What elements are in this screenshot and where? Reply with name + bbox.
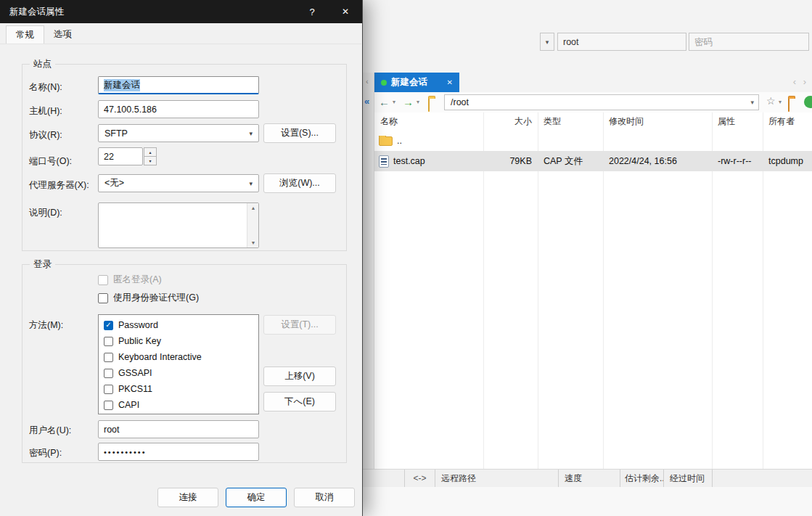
table-row-test-cap[interactable]: test.cap 79KB CAP 文件 2022/4/24, 16:56 -r… [374, 151, 812, 171]
session-tab[interactable]: 新建会话 ✕ [374, 73, 459, 92]
folder-icon [379, 136, 393, 146]
auth-agent-checkbox[interactable] [98, 293, 108, 303]
auth-agent-label: 使用身份验证代理(G) [113, 292, 199, 304]
username-field[interactable]: root [98, 420, 259, 438]
favorites-caret-icon[interactable]: ▾ [779, 99, 782, 105]
method-item-pkcs11[interactable]: PKCS11 [99, 381, 258, 397]
method-item-password[interactable]: ✓ Password [99, 317, 258, 333]
name-field[interactable]: 新建会话 [98, 76, 259, 94]
password-quick-field[interactable] [689, 33, 809, 51]
remote-file-list: 名称 大小 类型 修改时间 属性 所有者 .. test.cap 79KB C [374, 112, 812, 469]
username-quick-field[interactable] [557, 33, 686, 51]
refresh-circle-icon[interactable] [804, 96, 812, 108]
header-name[interactable]: 名称 [374, 115, 483, 128]
tab-scroll-right-icon[interactable]: › [803, 76, 806, 87]
help-button[interactable]: ? [295, 0, 329, 23]
anonymous-checkbox[interactable] [98, 275, 108, 285]
file-owner: tcpdump [763, 156, 812, 166]
header-modified[interactable]: 修改时间 [603, 115, 712, 128]
tab-close-icon[interactable]: ✕ [447, 78, 453, 86]
method-item-public-key[interactable]: Public Key [99, 333, 258, 349]
collapse-chevron-icon[interactable]: ‹ [366, 77, 369, 86]
chevron-down-icon: ▾ [546, 38, 549, 46]
method-checkbox[interactable] [104, 401, 113, 410]
method-checkbox[interactable] [104, 369, 113, 378]
header-size[interactable]: 大小 [483, 115, 538, 128]
close-icon: ✕ [342, 7, 349, 17]
proxy-browse-button[interactable]: 浏览(W)... [263, 173, 336, 193]
login-group-legend: 登录 [30, 258, 55, 271]
method-item-gssapi[interactable]: GSSAPI [99, 365, 258, 381]
method-label-text: CAPI [118, 400, 139, 410]
method-checkbox[interactable] [104, 353, 113, 362]
tab-general[interactable]: 常规 [6, 25, 44, 44]
ok-button[interactable]: 确定 [226, 488, 287, 507]
protocol-select[interactable]: SFTP ▾ [98, 124, 259, 142]
queue-header-remaining: 估计剩余... [620, 470, 664, 487]
close-button[interactable]: ✕ [329, 0, 362, 23]
screen: ▾ ‹ « 新建会话 ✕ ‹ › ← ▾ → ▾ /root ▾ ☆ ▾ [0, 0, 812, 516]
current-folder-icon [428, 98, 430, 112]
method-settings-button[interactable]: 设置(T)... [263, 315, 336, 335]
back-arrow-icon[interactable]: ← [379, 96, 390, 108]
header-type[interactable]: 类型 [538, 115, 603, 128]
cancel-button[interactable]: 取消 [294, 488, 355, 507]
session-tab-label: 新建会话 [391, 76, 443, 89]
method-checkbox-checked[interactable]: ✓ [104, 321, 113, 330]
spin-up-button[interactable]: ▴ [144, 147, 157, 157]
forward-arrow-icon[interactable]: → [403, 96, 414, 108]
port-field[interactable]: 22 [98, 147, 143, 165]
method-item-keyboard-interactive[interactable]: Keyboard Interactive [99, 349, 258, 365]
address-bar[interactable]: /root ▾ [444, 94, 759, 110]
transfer-queue-header: <-> 远程路径 速度 估计剩余... 经过时间 [363, 469, 812, 487]
favorites-star-icon[interactable]: ☆ [766, 95, 776, 107]
header-owner[interactable]: 所有者 [763, 115, 812, 128]
host-field[interactable]: 47.100.5.186 [98, 100, 259, 118]
password-field[interactable]: •••••••••• [98, 443, 259, 461]
proxy-select[interactable]: <无> ▾ [98, 174, 259, 192]
method-checkbox[interactable] [104, 337, 113, 346]
file-modified: 2022/4/24, 16:56 [603, 156, 712, 166]
description-textarea[interactable]: ▲ ▼ [98, 202, 259, 248]
username-label: 用户名(U): [29, 425, 71, 437]
transfer-queue-body [363, 487, 812, 516]
back-history-caret-icon[interactable]: ▾ [393, 99, 395, 105]
queue-header-speed: 速度 [559, 470, 620, 487]
dialog-titlebar[interactable]: 新建会话属性 ? ✕ [0, 0, 362, 23]
port-spinner: ▴ ▾ [144, 147, 157, 165]
file-type: CAP 文件 [538, 155, 603, 168]
site-group-legend: 站点 [30, 58, 55, 70]
host-combo-caret-button[interactable]: ▾ [540, 33, 554, 51]
textarea-scrollbar[interactable]: ▲ ▼ [247, 203, 258, 247]
address-dropdown-icon[interactable]: ▾ [750, 95, 754, 110]
tab-scroll-left-icon[interactable]: ‹ [793, 76, 796, 87]
protocol-settings-button[interactable]: 设置(S)... [263, 123, 336, 143]
connect-button[interactable]: 连接 [157, 488, 218, 507]
scroll-up-icon[interactable]: ▲ [247, 205, 259, 210]
tab-scroll-controls: ‹ › [789, 76, 806, 87]
table-row-parent-dir[interactable]: .. [374, 131, 812, 151]
queue-header-elapsed: 经过时间 [664, 470, 713, 487]
method-checkbox[interactable] [104, 385, 113, 394]
forward-history-caret-icon[interactable]: ▾ [417, 99, 419, 105]
dialog-title: 新建会话属性 [0, 6, 295, 18]
description-label: 说明(D): [29, 207, 62, 219]
method-item-capi[interactable]: CAPI [99, 397, 258, 413]
file-name: .. [397, 136, 402, 146]
file-attrs: -rw-r--r-- [712, 156, 763, 166]
spin-down-button[interactable]: ▾ [144, 157, 157, 165]
panel-collapse-icon[interactable]: « [364, 96, 369, 107]
host-value: 47.100.5.186 [104, 105, 157, 115]
method-label-text: Password [118, 320, 158, 330]
tab-options[interactable]: 选项 [44, 25, 81, 44]
file-size: 79KB [483, 156, 538, 166]
scroll-down-icon[interactable]: ▼ [247, 240, 259, 245]
name-label: 名称(N): [29, 81, 62, 94]
move-down-button[interactable]: 下へ(E) [263, 392, 336, 411]
chevron-down-icon: ▾ [249, 180, 253, 187]
proxy-value: <无> [104, 177, 124, 189]
move-up-button[interactable]: 上移(V) [263, 366, 336, 386]
open-folder-icon[interactable] [788, 98, 790, 112]
password-label: 密码(P): [29, 447, 62, 459]
header-attrs[interactable]: 属性 [712, 115, 763, 128]
